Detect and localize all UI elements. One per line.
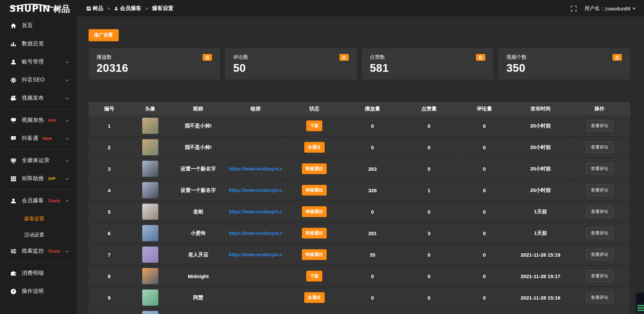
stat-card: 播放数 总 20316 — [89, 48, 220, 80]
cell-status: 未通过 — [285, 287, 344, 308]
view-comments-button[interactable]: 查看评论 — [586, 163, 613, 174]
cell-comments — [457, 309, 512, 314]
stat-card-label: 播放数 — [97, 54, 112, 60]
hot-badge: Hot — [48, 118, 56, 123]
table-header-row: 编号 头像 昵称 链接 状态 播放量 点赞量 评论量 发布时间 操作 — [89, 102, 630, 115]
breadcrumb-item-home[interactable]: 树品 — [87, 5, 103, 12]
logo-arc — [10, 4, 54, 8]
total-badge: 总 — [476, 54, 485, 61]
table-row: 1 我不是小帅! 下架 0 0 0 20小时前 查看评论 — [89, 115, 630, 137]
table-header-cell: 评论量 — [457, 102, 512, 115]
sidebar-item-data-overview[interactable]: 数据总览 — [0, 36, 77, 52]
user-icon — [114, 6, 118, 11]
cell-avatar — [130, 244, 170, 265]
table-row: 2 我不是小帅! 未通过 0 0 0 20小时前 查看评论 — [89, 137, 630, 158]
grid-icon — [10, 176, 17, 182]
sidebar-item-douyin-seo[interactable]: 抖音SEO — [0, 72, 77, 88]
stat-card-label: 视频个数 — [506, 54, 527, 60]
cell-plays: 328 — [344, 180, 401, 201]
cell-nickname: 设置一个新名字 — [170, 158, 226, 179]
status-button[interactable]: 下架 — [306, 271, 322, 281]
user-menu[interactable]: 用户名：zswodun88 — [585, 5, 635, 12]
breadcrumb-separator: > — [107, 6, 110, 11]
video-link[interactable]: https://www.iesdouyin.c — [229, 209, 282, 214]
top-bar: SHUPIN 树品 树品 > 会员爆客 > 爆客设置 用户名：zswodun88 — [0, 0, 644, 17]
avatar — [142, 161, 158, 177]
floating-widget[interactable] — [635, 292, 644, 313]
video-link[interactable]: https://www.iesdouyin.c — [229, 252, 282, 257]
cell-action: 查看评论 — [569, 180, 630, 201]
cell-publish-time: 20小时前 — [512, 115, 569, 136]
view-comments-button[interactable]: 查看评论 — [586, 142, 613, 153]
view-comments-button[interactable]: 查看评论 — [586, 227, 613, 239]
cell-avatar — [130, 201, 170, 222]
view-comments-button[interactable]: 查看评论 — [586, 270, 613, 282]
status-button[interactable]: 审核通过 — [302, 249, 327, 260]
video-link[interactable]: https://www.iesdouyin.c — [229, 188, 282, 193]
stat-card-label: 点赞数 — [370, 54, 385, 60]
cell-likes: 0 — [401, 137, 457, 158]
view-comments-button[interactable]: 查看评论 — [586, 249, 613, 260]
cell-publish-time: 20小时前 — [512, 137, 569, 158]
view-comments-button[interactable]: 查看评论 — [586, 292, 613, 303]
sidebar-item-home[interactable]: 首页 — [0, 17, 77, 34]
chevron-down-icon — [66, 136, 69, 140]
sidebar-item-video-heat[interactable]: 视频加热 Hot — [0, 112, 77, 128]
cell-status: 审核通过 — [285, 158, 344, 179]
cell-publish-time: 20小时前 — [512, 180, 569, 201]
fullscreen-icon[interactable] — [571, 6, 577, 11]
chevron-down-icon — [66, 176, 69, 180]
status-button[interactable]: 下架 — [306, 120, 322, 131]
cell-number: 9 — [89, 287, 130, 308]
table-row: 8 Midnight 下架 0 0 0 2021-11-28 15:17 查看评… — [89, 266, 630, 287]
sidebar-item-matrix-boost[interactable]: 矩阵助推 VIP — [0, 170, 77, 187]
sidebar-subitem-activity-settings[interactable]: 活动设置 — [0, 227, 77, 243]
status-button[interactable]: 未通过 — [304, 292, 325, 303]
cell-number — [89, 309, 130, 314]
sidebar-item-lead-monitor[interactable]: 线索监控 Tools — [0, 243, 77, 259]
cell-likes: 0 — [401, 266, 457, 286]
table-header-cell: 操作 — [569, 102, 630, 115]
cell-publish-time: 2021-11-28 15:17 — [512, 266, 569, 286]
sidebar-divider — [5, 149, 72, 150]
cell-number: 2 — [89, 137, 130, 158]
cell-likes: 3 — [401, 223, 457, 244]
cell-nickname: 阿慧 — [170, 287, 226, 308]
view-comments-button[interactable]: 查看评论 — [586, 206, 613, 217]
gear-icon — [10, 77, 17, 83]
table-row: 7 老人开店 https://www.iesdouyin.c 审核通过 35 0… — [89, 244, 630, 266]
cell-plays — [344, 309, 401, 314]
view-comments-button[interactable]: 查看评论 — [586, 120, 613, 132]
status-button[interactable]: 审核通过 — [302, 228, 327, 239]
status-button[interactable]: 未通过 — [304, 142, 325, 153]
cell-likes: 0 — [401, 158, 457, 179]
cell-plays: 263 — [344, 158, 401, 179]
status-button[interactable]: 审核通过 — [302, 206, 327, 217]
sidebar-item-instructions[interactable]: ? 操作说明 — [0, 283, 77, 300]
status-button[interactable]: 审核通过 — [302, 163, 327, 174]
sidebar-item-account-management[interactable]: 账号管理 — [0, 54, 77, 70]
sidebar-subitem-baoke-settings[interactable]: 爆客设置 — [0, 211, 77, 227]
username-label: 用户名： — [585, 5, 605, 12]
sidebar-item-omnimedia[interactable]: 全媒体运营 — [0, 152, 77, 169]
sidebar-item-video-publish[interactable]: 视频发布 — [0, 90, 77, 106]
cell-avatar — [130, 309, 170, 314]
sidebar-item-consumption-details[interactable]: 消费明细 — [0, 265, 77, 281]
video-link[interactable]: https://www.iesdouyin.c — [229, 230, 282, 236]
stat-card-label: 评论数 — [233, 54, 248, 60]
chevron-down-icon — [66, 60, 69, 63]
cell-comments: 0 — [457, 201, 512, 222]
sidebar-item-member-baoke[interactable]: 会员爆客 Tools — [0, 193, 77, 209]
video-link[interactable]: https://www.iesdouyin.c — [229, 166, 282, 171]
promotion-settings-button[interactable]: 推广设置 — [89, 29, 119, 41]
chevron-down-icon — [66, 78, 69, 81]
status-button[interactable]: 审核通过 — [302, 185, 327, 196]
breadcrumb-item-section[interactable]: 会员爆客 — [114, 5, 142, 12]
avatar — [142, 182, 158, 198]
view-comments-button[interactable]: 查看评论 — [586, 185, 613, 196]
cell-publish-time: 2021-11-28 15:16 — [512, 287, 569, 308]
sidebar-item-douketong[interactable]: 抖客通 New — [0, 130, 77, 147]
cell-plays: 0 — [344, 287, 401, 308]
breadcrumb-separator: > — [146, 6, 148, 11]
cell-comments: 0 — [457, 180, 512, 201]
